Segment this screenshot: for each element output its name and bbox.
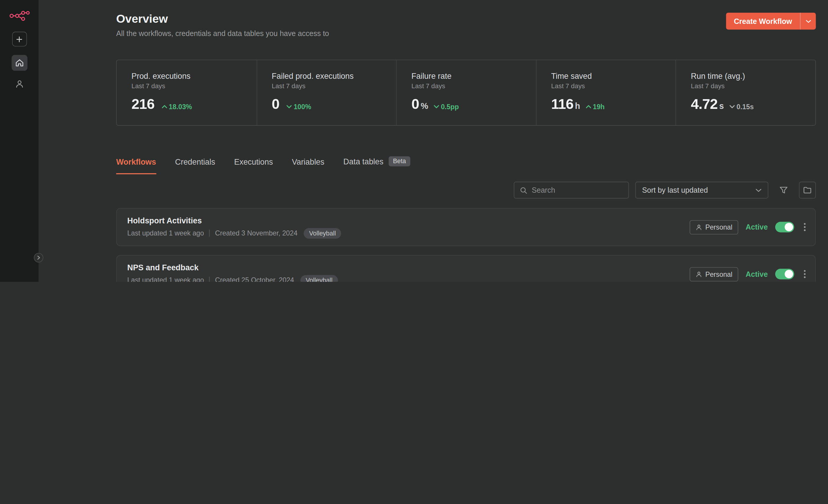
meta-divider bbox=[209, 230, 210, 237]
stat-period: Last 7 days bbox=[132, 82, 242, 90]
tab-label: Variables bbox=[292, 158, 324, 166]
stat-unit: % bbox=[421, 101, 428, 111]
stat-value: 0 bbox=[411, 96, 419, 113]
stat-value-row: 116 h 19h bbox=[551, 96, 661, 113]
main-content: Overview All the workflows, credentials … bbox=[39, 0, 828, 282]
stat-period: Last 7 days bbox=[411, 82, 521, 90]
stat-value-row: 216 18.03% bbox=[132, 96, 242, 113]
status-label: Active bbox=[746, 223, 768, 232]
workflow-meta: Last updated 1 week ago Created 3 Novemb… bbox=[127, 228, 689, 239]
owner-label: Personal bbox=[705, 270, 732, 278]
workflow-updated: Last updated 1 week ago bbox=[127, 229, 204, 237]
stat-period: Last 7 days bbox=[691, 82, 800, 90]
workflow-info: Holdsport Activities Last updated 1 week… bbox=[127, 216, 689, 239]
stat-delta-value: 0.5pp bbox=[441, 103, 459, 111]
active-toggle[interactable] bbox=[775, 222, 794, 233]
stat-value: 116 bbox=[551, 96, 573, 113]
toggle-knob bbox=[785, 270, 793, 279]
tab[interactable]: Data tables Beta bbox=[343, 156, 410, 174]
workflow-meta: Last updated 1 week ago Created 25 Octob… bbox=[127, 275, 689, 282]
more-actions-button[interactable] bbox=[804, 223, 806, 232]
stat-period: Last 7 days bbox=[272, 82, 381, 90]
workflow-controls: Personal Active bbox=[689, 267, 805, 281]
create-workflow-button[interactable]: Create Workflow bbox=[726, 13, 800, 30]
workflow-created: Created 25 October, 2024 bbox=[215, 276, 294, 282]
stat-title: Time saved bbox=[551, 72, 661, 80]
owner-badge: Personal bbox=[689, 267, 738, 281]
stat-title: Run time (avg.) bbox=[691, 72, 800, 80]
sidebar-item-personal[interactable] bbox=[11, 76, 27, 92]
kebab-icon bbox=[804, 223, 806, 232]
tab[interactable]: Variables bbox=[292, 158, 324, 174]
sidebar-expand-button[interactable] bbox=[34, 253, 43, 262]
stat-delta-value: 18.03% bbox=[169, 103, 192, 111]
more-actions-button[interactable] bbox=[804, 270, 806, 279]
stat-value-row: 0 100% bbox=[272, 96, 381, 113]
search-box bbox=[514, 182, 629, 199]
workflow-card[interactable]: Holdsport Activities Last updated 1 week… bbox=[116, 208, 816, 246]
page-subtitle: All the workflows, credentials and data … bbox=[116, 28, 329, 39]
sidebar: LS bbox=[0, 0, 39, 282]
sidebar-item-overview[interactable] bbox=[11, 55, 27, 71]
tab[interactable]: Executions bbox=[234, 158, 273, 174]
person-icon bbox=[695, 224, 702, 230]
chevron-down-icon bbox=[805, 19, 811, 23]
workflow-name[interactable]: NPS and Feedback bbox=[127, 263, 689, 272]
filter-button[interactable] bbox=[775, 182, 793, 199]
trend-arrow-icon bbox=[585, 104, 591, 109]
trend-arrow-icon bbox=[286, 104, 292, 109]
stat-unit: s bbox=[719, 101, 724, 111]
workflow-tag[interactable]: Volleyball bbox=[304, 228, 341, 239]
owner-badge: Personal bbox=[689, 220, 738, 234]
tab-label: Credentials bbox=[175, 158, 215, 166]
sort-dropdown[interactable]: Sort by last updated bbox=[635, 182, 769, 199]
stat-delta: 0.5pp bbox=[433, 103, 459, 111]
folder-icon bbox=[803, 186, 812, 194]
stat-delta-value: 19h bbox=[593, 103, 605, 111]
tab[interactable]: Workflows bbox=[116, 158, 156, 174]
folders-button[interactable] bbox=[799, 182, 816, 199]
stat-card: Failed prod. executions Last 7 days 0 10… bbox=[256, 60, 396, 125]
tab[interactable]: Credentials bbox=[175, 158, 215, 174]
stat-value: 0 bbox=[272, 96, 280, 113]
stat-card: Failure rate Last 7 days 0 % 0.5pp bbox=[396, 60, 536, 125]
kebab-icon bbox=[804, 270, 806, 279]
stat-card: Time saved Last 7 days 116 h 19h bbox=[536, 60, 675, 125]
search-input[interactable] bbox=[532, 186, 623, 195]
meta-divider bbox=[209, 277, 210, 282]
n8n-logo-icon bbox=[9, 9, 30, 22]
search-icon bbox=[520, 186, 528, 194]
stat-card: Prod. executions Last 7 days 216 18.03% bbox=[117, 60, 256, 125]
list-toolbar: Sort by last updated bbox=[116, 182, 816, 199]
owner-label: Personal bbox=[705, 223, 732, 231]
chevron-right-icon bbox=[36, 256, 40, 260]
chevron-down-icon bbox=[756, 188, 761, 192]
sort-label: Sort by last updated bbox=[642, 186, 708, 195]
workflow-info: NPS and Feedback Last updated 1 week ago… bbox=[127, 263, 689, 282]
add-workflow-button[interactable] bbox=[12, 32, 27, 46]
active-toggle[interactable] bbox=[775, 269, 794, 280]
stat-delta: 0.15s bbox=[729, 103, 754, 111]
create-workflow-dropdown-button[interactable] bbox=[800, 13, 816, 30]
stat-value-row: 0 % 0.5pp bbox=[411, 96, 521, 113]
workflow-tag[interactable]: Volleyball bbox=[300, 275, 338, 282]
stat-delta-value: 0.15s bbox=[737, 103, 754, 111]
workflow-controls: Personal Active bbox=[689, 220, 805, 234]
tab-label: Executions bbox=[234, 158, 273, 166]
workflow-card[interactable]: NPS and Feedback Last updated 1 week ago… bbox=[116, 255, 816, 282]
tab-label: Workflows bbox=[116, 158, 156, 166]
stat-value-row: 4.72 s 0.15s bbox=[691, 96, 800, 113]
user-icon bbox=[14, 79, 24, 88]
trend-arrow-icon bbox=[729, 104, 735, 109]
stat-card: Run time (avg.) Last 7 days 4.72 s 0.15s bbox=[675, 60, 815, 125]
home-icon bbox=[14, 58, 24, 68]
workflow-created: Created 3 November, 2024 bbox=[215, 229, 297, 237]
page-header: Overview All the workflows, credentials … bbox=[116, 11, 816, 38]
app-window: LS Overview All the workflows, credentia… bbox=[0, 0, 828, 282]
stat-value: 216 bbox=[132, 96, 155, 113]
stats-row: Prod. executions Last 7 days 216 18.03% bbox=[116, 59, 816, 126]
stat-title: Prod. executions bbox=[132, 72, 242, 80]
tabs: Workflows Credentials Executions Variabl… bbox=[116, 156, 816, 174]
workflow-updated: Last updated 1 week ago bbox=[127, 276, 204, 282]
workflow-name[interactable]: Holdsport Activities bbox=[127, 216, 689, 224]
